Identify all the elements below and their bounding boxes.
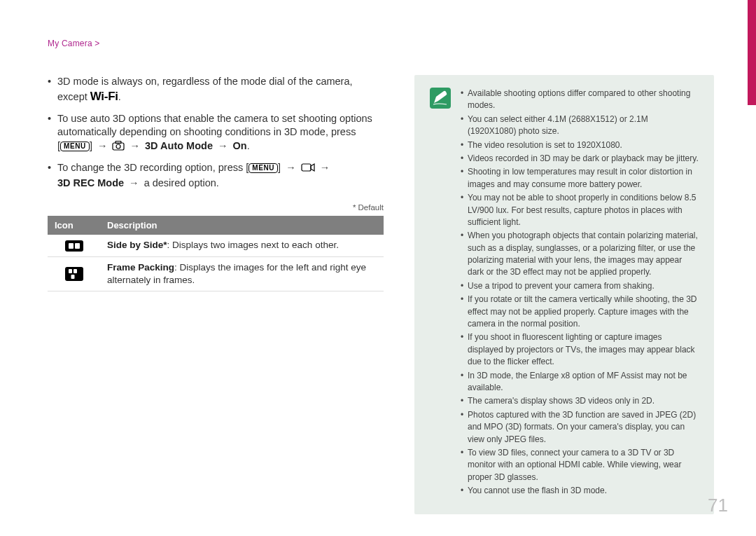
thumb-tab (748, 0, 756, 105)
breadcrumb: My Camera > (48, 39, 714, 48)
note-item: Photos captured with the 3D function are… (461, 409, 699, 446)
svg-rect-3 (302, 164, 311, 171)
svg-rect-1 (115, 141, 121, 143)
page-number: 71 (708, 495, 728, 516)
note-list: Available shooting options differ compar… (461, 88, 699, 499)
bullet-3d-always-on: 3D mode is always on, regardless of the … (48, 75, 384, 105)
note-item: You can select either 4.1M (2688X1512) o… (461, 114, 699, 138)
note-item: When you photograph objects that contain… (461, 230, 699, 279)
cell-icon (48, 256, 100, 291)
arrow-icon: → (284, 162, 301, 173)
svg-rect-6 (71, 275, 74, 279)
svg-rect-4 (69, 269, 72, 273)
arrow-icon: → (318, 162, 332, 173)
table-row: Frame Packing: Displays the images for t… (48, 256, 384, 291)
options-table: Icon Description Side by Side*: Displays… (48, 216, 384, 291)
arrow-icon: → (216, 140, 233, 151)
note-pen-icon (430, 88, 451, 109)
note-item: If you shoot in fluorescent lighting or … (461, 331, 699, 368)
th-description: Description (100, 216, 384, 235)
two-column-layout: 3D mode is always on, regardless of the … (48, 75, 714, 514)
note-item: Shooting in low temperatures may result … (461, 166, 699, 191)
text-3d-rec-pre: To change the 3D recording option, press… (57, 162, 248, 173)
menu-button-icon: MENU (60, 142, 90, 151)
menu-button-icon: MENU (248, 163, 278, 173)
label-on: On (233, 140, 247, 151)
note-item: Available shooting options differ compar… (461, 88, 699, 112)
right-column: Available shooting options differ compar… (414, 75, 714, 514)
note-item: Use a tripod to prevent your camera from… (461, 280, 699, 292)
period-1: . (118, 91, 121, 102)
arrow-icon: → (127, 177, 144, 188)
note-item: The camera's display shows 3D videos onl… (461, 395, 699, 407)
bullet-3d-rec: To change the 3D recording option, press… (48, 161, 384, 190)
label-3d-auto-mode: 3D Auto Mode (145, 140, 213, 151)
note-item: The video resolution is set to 1920X1080… (461, 139, 699, 151)
side-by-side-icon (65, 240, 83, 252)
text-auto-3d: To use auto 3D options that enable the c… (57, 113, 372, 138)
default-footnote: * Default (48, 202, 384, 214)
note-item: You cannot use the flash in 3D mode. (461, 485, 699, 497)
arrow-icon: → (128, 140, 146, 151)
note-item: If you rotate or tilt the camera vertica… (461, 294, 699, 330)
frame-packing-icon (65, 267, 83, 281)
note-item: To view 3D files, connect your camera to… (461, 447, 699, 483)
svg-rect-5 (74, 269, 77, 273)
svg-point-2 (116, 144, 120, 149)
opt-name-sbs: Side by Side* (107, 240, 167, 250)
label-3d-rec-mode: 3D REC Mode (57, 177, 124, 188)
bracket-right-2: ] (278, 162, 281, 173)
note-box: Available shooting options differ compar… (414, 75, 714, 514)
bullet-auto-3d: To use auto 3D options that enable the c… (48, 112, 384, 155)
instruction-list: 3D mode is always on, regardless of the … (48, 75, 384, 190)
camera-icon (112, 141, 125, 155)
table-row: Side by Side*: Displays two images next … (48, 235, 384, 256)
arrow-icon: → (95, 140, 113, 151)
note-item: In 3D mode, the Enlarge x8 option of MF … (461, 370, 699, 394)
opt-desc-sbs: : Displays two images next to each other… (167, 240, 339, 250)
cell-description: Side by Side*: Displays two images next … (100, 235, 384, 256)
opt-name-fp: Frame Packing (107, 262, 174, 273)
video-icon (301, 163, 315, 177)
wifi-label: Wi-Fi (90, 89, 118, 105)
cell-icon (48, 235, 100, 256)
note-item: Videos recorded in 3D may be dark or pla… (461, 153, 699, 165)
bracket-right-1: ] (90, 140, 92, 151)
note-item: You may not be able to shoot properly in… (461, 192, 699, 228)
th-icon: Icon (48, 216, 100, 235)
cell-description: Frame Packing: Displays the images for t… (100, 256, 384, 291)
left-column: 3D mode is always on, regardless of the … (48, 75, 384, 514)
period-2: . (247, 140, 250, 151)
page-content: My Camera > 3D mode is always on, regard… (0, 0, 756, 536)
text-desired-option: a desired option. (144, 177, 219, 188)
